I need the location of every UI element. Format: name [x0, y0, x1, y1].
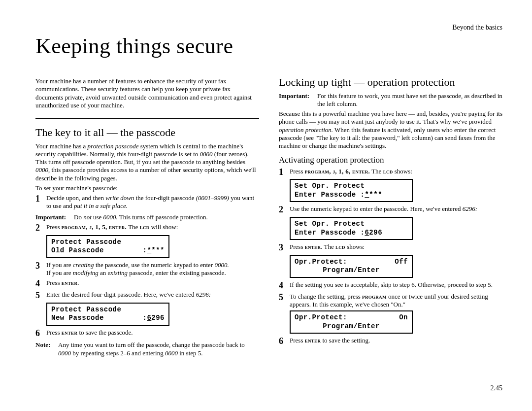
step-number: 3 [35, 261, 46, 277]
step-number: 5 [35, 291, 46, 301]
lcd-display-old-passcode: Protect Passcode Old Passcode :**** [46, 235, 169, 258]
section-heading-passcode: The key to it all — the passcode [35, 126, 259, 139]
section-heading-operation-protection: Locking up tight — operation protection [279, 75, 502, 89]
page-title: Keeping things secure [35, 34, 502, 59]
step-6: 6 Press enter to save the passcode. [35, 329, 259, 339]
page-number: 2.45 [491, 384, 503, 392]
operation-protection-paragraph: Because this is a powerful machine you h… [279, 110, 502, 150]
r-step-3: 3 Press enter. The lcd shows: [279, 243, 502, 253]
step-5: 5 Enter the desired four-digit passcode.… [35, 291, 259, 301]
lcd-display-opr-protect-on: Opr.Protect:On Program/Enter [290, 310, 413, 334]
r-step-4: 4 If the setting you see is acceptable, … [279, 281, 502, 291]
divider [35, 118, 259, 119]
step-number: 6 [279, 337, 290, 346]
manual-page: Beyond the basics Keeping things secure … [0, 0, 532, 411]
step-number: 2 [35, 223, 46, 233]
step-number: 1 [279, 168, 290, 177]
r-step-1: 1 Press program, j, 1, 6, enter. The lcd… [279, 168, 502, 177]
lcd-display-opr-protect-off: Opr.Protect:Off Program/Enter [290, 255, 413, 278]
running-header: Beyond the basics [452, 24, 502, 32]
two-column-layout: Your machine has a number of features to… [35, 75, 502, 359]
lcd-display-enter-passcode-6296: Set Opr. Protect Enter Passcode :6296 [290, 217, 413, 240]
lcd-display-enter-passcode-stars: Set Opr. Protect Enter Passcode :**** [290, 179, 413, 202]
important-note-right: Important: For this feature to work, you… [279, 92, 502, 108]
step-number: 4 [279, 281, 290, 291]
r-step-2: 2 Use the numeric keypad to enter the pa… [279, 205, 502, 215]
r-step-5: 5 To change the setting, press program o… [279, 293, 502, 309]
step-number: 2 [279, 205, 290, 215]
set-passcode-prompt: To set your machine's passcode: [35, 184, 259, 192]
step-number: 1 [35, 194, 46, 210]
passcode-paragraph: Your machine has a protection passcode s… [35, 142, 259, 182]
footer-note: Note: Any time you want to turn off the … [35, 341, 259, 357]
intro-paragraph: Your machine has a number of features to… [35, 77, 259, 109]
step-3: 3 If you are creating the passcode, use … [35, 261, 259, 277]
left-column: Your machine has a number of features to… [35, 75, 259, 359]
r-step-6: 6 Press enter to save the setting. [279, 337, 502, 346]
step-number: 3 [279, 243, 290, 253]
important-note: Important: Do not use 0000. This turns o… [35, 213, 259, 221]
step-number: 6 [35, 329, 46, 339]
step-number: 4 [35, 279, 46, 289]
step-4: 4 Press enter. [35, 279, 259, 289]
step-2: 2 Press program, j, 1, 5, enter. The lcd… [35, 223, 259, 233]
step-number: 5 [279, 293, 290, 309]
lcd-display-new-passcode: Protect Passcode New Passcode :6296 [46, 303, 169, 326]
right-column: Locking up tight — operation protection … [279, 75, 502, 359]
step-1: 1 Decide upon, and then write down the f… [35, 194, 259, 210]
subsection-heading-activating: Activating operation protection [279, 155, 502, 165]
